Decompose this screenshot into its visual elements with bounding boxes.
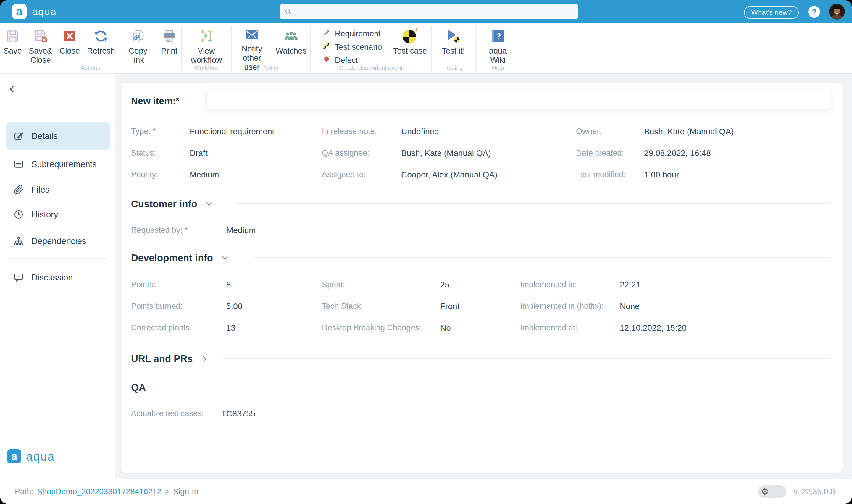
save-close-label: Save& Close bbox=[29, 47, 53, 65]
field-row-owner: Owner: Bush, Kate (Manual QA) bbox=[576, 127, 734, 148]
field-row-date-created: Date created: 29.08.2022, 16:48 bbox=[576, 148, 734, 170]
implemented-at-value[interactable]: 12.10.2022, 15:20 bbox=[620, 323, 687, 333]
sidebar-item-discussion[interactable]: Discussion bbox=[6, 264, 110, 291]
dev-column-3: Implemented in: 22.21 Implemented in (ho… bbox=[520, 280, 687, 345]
test-case-label: Test case bbox=[393, 47, 427, 56]
user-avatar[interactable] bbox=[829, 3, 845, 19]
aqua-wiki-icon: ? bbox=[491, 28, 504, 45]
create-test-scenario-item[interactable]: Test scenario bbox=[321, 41, 384, 53]
section-divider bbox=[235, 203, 831, 204]
aqua-logo[interactable]: a aqua bbox=[12, 4, 57, 19]
type-value[interactable]: Functional requirement bbox=[189, 127, 274, 136]
actualize-test-cases-value[interactable]: TC83755 bbox=[221, 409, 255, 418]
path-project-link[interactable]: ShopDemo_202203301728416212 bbox=[37, 487, 161, 496]
sidebar-item-label: History bbox=[31, 210, 58, 219]
ribbon-group-label-workflow: Workflow bbox=[182, 65, 231, 71]
field-row-qa-assignee: QA assignee: Bush, Kate (Manual QA) bbox=[322, 148, 497, 170]
breadcrumb-separator: > bbox=[165, 487, 169, 496]
details-column-3: Owner: Bush, Kate (Manual QA) Date creat… bbox=[576, 127, 734, 192]
qa-title: QA bbox=[131, 382, 146, 393]
sidebar-item-subrequirements[interactable]: Subrequirements bbox=[6, 150, 110, 178]
chevron-down-icon[interactable] bbox=[205, 200, 213, 208]
help-button[interactable]: ? bbox=[808, 6, 820, 18]
tech-stack-value[interactable]: Front bbox=[440, 302, 459, 311]
field-label: Implemented in: bbox=[520, 280, 620, 289]
sidebar-item-details[interactable]: Details bbox=[6, 123, 110, 150]
sidebar-item-label: Files bbox=[31, 185, 49, 195]
release-note-value[interactable]: Undefined bbox=[401, 127, 439, 136]
aqua-logo-icon: a bbox=[7, 449, 21, 464]
save-label: Save bbox=[3, 47, 22, 56]
sidebar-item-dependencies[interactable]: Dependencies bbox=[6, 228, 110, 255]
create-defect-label: Defect bbox=[335, 56, 358, 65]
svg-text:?: ? bbox=[496, 32, 501, 40]
chevron-left-icon bbox=[8, 84, 17, 94]
requested-by-value[interactable]: Medium bbox=[226, 226, 256, 235]
paperclip-icon bbox=[14, 184, 24, 195]
aqua-footer-logo: a aqua bbox=[7, 449, 55, 464]
field-label: QA assignee: bbox=[322, 148, 401, 158]
field-row-status: Status: Draft bbox=[131, 148, 274, 170]
test-it-icon bbox=[446, 28, 461, 45]
qa-assignee-value[interactable]: Bush, Kate (Manual QA) bbox=[401, 148, 491, 158]
sprint-value[interactable]: 25 bbox=[440, 280, 449, 290]
clock-icon bbox=[14, 210, 24, 219]
field-row-corrected-points: Corrected pionts: 13 bbox=[131, 323, 242, 345]
edit-icon bbox=[14, 131, 24, 141]
dev-column-1: Points: 8 Points burned: 5.00 Corrected … bbox=[131, 280, 242, 345]
search-input[interactable] bbox=[295, 3, 578, 19]
new-item-title-input[interactable] bbox=[206, 90, 831, 109]
sidebar-item-label: Dependencies bbox=[31, 236, 86, 246]
field-row-implemented-at: Implemented at: 12.10.2022, 15:20 bbox=[520, 323, 687, 345]
avatar-image bbox=[829, 3, 845, 19]
points-value[interactable]: 8 bbox=[226, 280, 231, 290]
field-row-actualize: Actualize test cases: TC83755 bbox=[131, 409, 255, 431]
field-label: Type: * bbox=[131, 127, 189, 136]
field-label: Owner: bbox=[576, 127, 644, 136]
field-label: Sprint: bbox=[322, 280, 440, 289]
field-label: In release note: bbox=[322, 127, 401, 136]
settings-toggle[interactable]: ⚙ bbox=[758, 485, 786, 498]
url-prs-title: URL and PRs bbox=[131, 353, 193, 364]
field-label: Points: bbox=[131, 280, 226, 289]
section-divider bbox=[253, 257, 831, 258]
sidebar-divider bbox=[9, 258, 107, 258]
speech-bubble-icon bbox=[14, 272, 24, 283]
sidebar-item-history[interactable]: History bbox=[6, 201, 110, 228]
field-label: Tech Stack: bbox=[322, 302, 440, 311]
qa-header: QA bbox=[131, 382, 146, 393]
item-details-panel: New item:* Type: * Functional requiremen… bbox=[121, 83, 842, 473]
whats-new-button[interactable]: What's new? bbox=[744, 6, 799, 19]
refresh-icon bbox=[94, 28, 108, 45]
details-column-1: Type: * Functional requirement Status: D… bbox=[131, 127, 274, 192]
field-row-priority: Priority: Medium bbox=[131, 170, 274, 192]
ribbon-group-help: ? aqua Wiki Help bbox=[476, 23, 520, 73]
global-search[interactable] bbox=[279, 4, 578, 19]
breadcrumb: Path: ShopDemo_202203301728416212 > Sign… bbox=[15, 487, 199, 496]
sidebar-item-files[interactable]: Files bbox=[6, 176, 110, 203]
corrected-points-value[interactable]: 13 bbox=[226, 323, 235, 333]
top-bar: a aqua What's new? ? bbox=[0, 0, 852, 23]
implemented-hotfix-value[interactable]: None bbox=[620, 302, 639, 311]
implemented-in-value[interactable]: 22.21 bbox=[620, 280, 640, 290]
save-close-icon bbox=[34, 28, 47, 45]
desktop-breaking-value[interactable]: No bbox=[440, 323, 451, 333]
assigned-to-value[interactable]: Cooper, Alex (Manual QA) bbox=[401, 170, 497, 180]
ribbon-group-label-notify: Notify bbox=[232, 65, 310, 71]
status-value[interactable]: Draft bbox=[189, 148, 208, 158]
priority-value[interactable]: Medium bbox=[189, 170, 219, 180]
copy-link-label: Copy link bbox=[122, 47, 154, 65]
owner-value[interactable]: Bush, Kate (Manual QA) bbox=[644, 127, 734, 136]
chevron-down-icon[interactable] bbox=[221, 254, 229, 262]
hierarchy-icon bbox=[14, 236, 24, 246]
aqua-logo-wordmark: aqua bbox=[26, 450, 55, 463]
ribbon-group-label-help: Help bbox=[476, 65, 520, 71]
ribbon-group-testing: Test it! Testing bbox=[432, 23, 475, 73]
path-current-item: Sign-In bbox=[173, 487, 199, 496]
points-burned-value[interactable]: 5.00 bbox=[226, 302, 242, 311]
chevron-right-icon[interactable] bbox=[200, 355, 209, 363]
collapse-sidebar-button[interactable] bbox=[8, 84, 17, 95]
field-row-assigned-to: Assigned to: Cooper, Alex (Manual QA) bbox=[322, 170, 497, 192]
field-label: Status: bbox=[131, 148, 189, 158]
create-requirement-item[interactable]: Requirement bbox=[321, 28, 384, 40]
